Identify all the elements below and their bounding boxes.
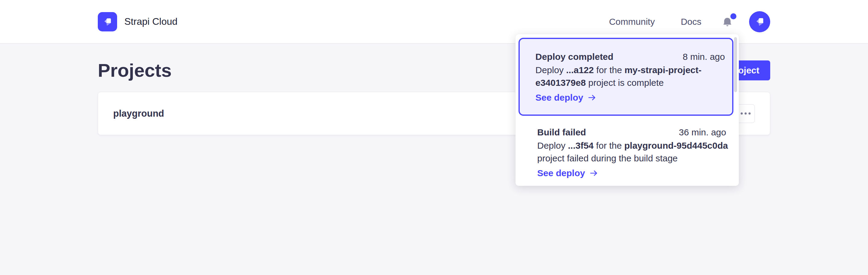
see-deploy-label: See deploy — [535, 91, 583, 104]
notification-title: Deploy completed — [535, 51, 613, 62]
see-deploy-label: See deploy — [537, 167, 585, 179]
project-more-options-button[interactable] — [736, 104, 755, 123]
avatar-strapi-icon — [753, 15, 767, 29]
page-title: Projects — [98, 60, 172, 80]
notification-message: Deploy ...a122 for the my-strapi-project… — [535, 64, 725, 89]
dropdown-scrollbar-thumb[interactable] — [734, 37, 737, 92]
brand-name: Strapi Cloud — [124, 16, 178, 27]
notification-timestamp: 8 min. ago — [683, 51, 725, 62]
arrow-right-icon — [587, 93, 597, 103]
nav-link-community[interactable]: Community — [609, 17, 655, 27]
notification-item[interactable]: Build failed 36 min. ago Deploy ...3f54 … — [519, 116, 734, 179]
nav-link-docs[interactable]: Docs — [681, 17, 702, 27]
navbar-right: Community Docs — [609, 11, 770, 32]
notification-list: Deploy completed 8 min. ago Deploy ...a1… — [519, 38, 734, 179]
strapi-logo-icon — [98, 12, 117, 31]
notification-title: Build failed — [537, 127, 586, 138]
project-name: playground — [113, 108, 164, 119]
see-deploy-link[interactable]: See deploy — [537, 167, 599, 179]
see-deploy-link[interactable]: See deploy — [535, 91, 597, 104]
notification-timestamp: 36 min. ago — [679, 127, 726, 138]
arrow-right-icon — [589, 168, 599, 178]
ellipsis-icon — [741, 112, 743, 114]
notifications-bell-button[interactable] — [720, 15, 735, 29]
notifications-dropdown: Deploy completed 8 min. ago Deploy ...a1… — [516, 34, 739, 186]
brand[interactable]: Strapi Cloud — [98, 12, 178, 31]
unread-notification-dot — [731, 13, 736, 19]
user-avatar[interactable] — [749, 11, 770, 32]
notification-item[interactable]: Deploy completed 8 min. ago Deploy ...a1… — [519, 38, 734, 116]
notification-message: Deploy ...3f54 for the playground-95d445… — [537, 139, 726, 165]
